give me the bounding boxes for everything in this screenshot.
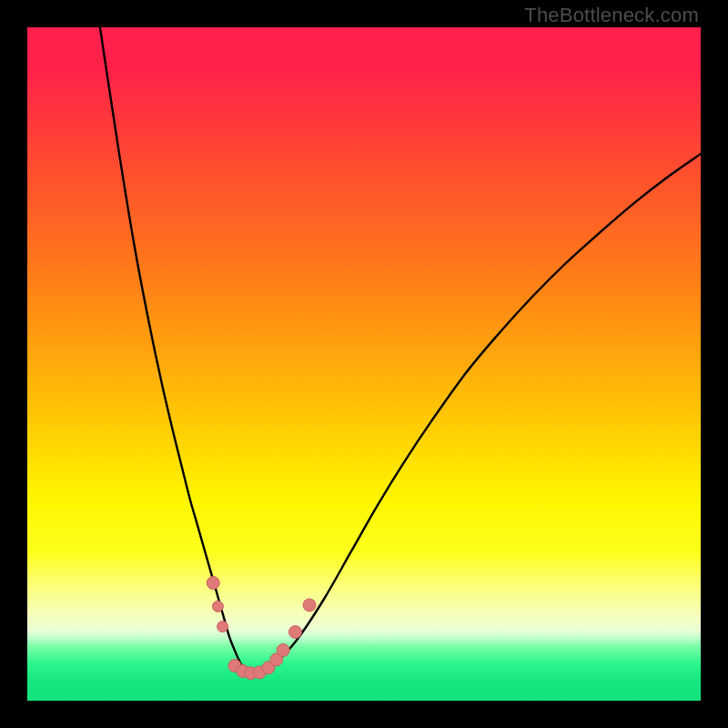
watermark-text: TheBottleneck.com <box>524 4 699 27</box>
bottleneck-curve-right <box>249 154 701 672</box>
curve-marker <box>289 626 302 639</box>
bottleneck-curve-left <box>100 27 249 672</box>
marker-group <box>207 577 316 680</box>
curve-marker <box>277 644 289 657</box>
curve-marker <box>303 599 316 612</box>
curve-layer <box>27 27 701 701</box>
curve-marker <box>207 577 219 590</box>
chart-frame: TheBottleneck.com <box>0 0 728 728</box>
plot-area <box>27 27 701 701</box>
curve-marker <box>217 622 228 632</box>
curve-marker <box>212 601 223 612</box>
